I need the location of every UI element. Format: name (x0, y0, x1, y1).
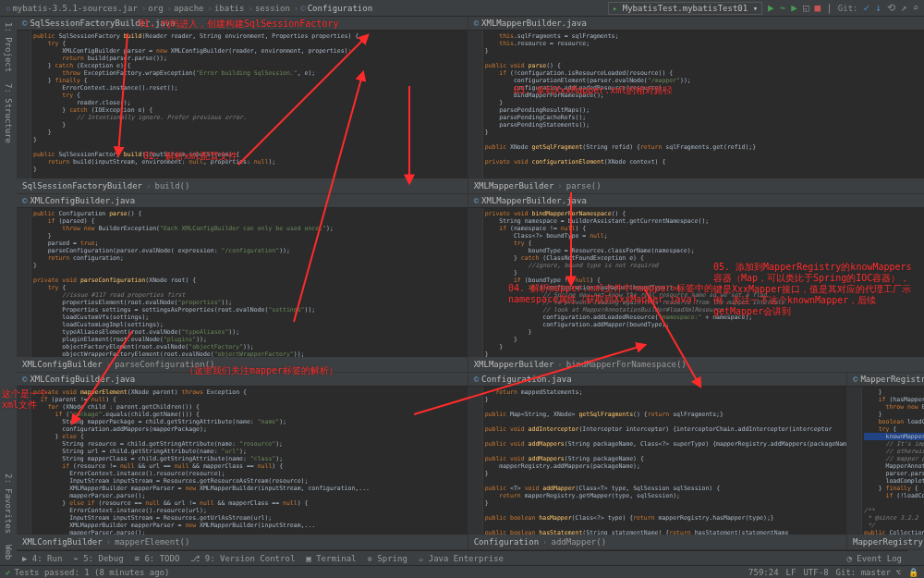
code-editor[interactable]: public Configuration parse() { if (parse… (17, 208, 468, 356)
breadcrumb-file[interactable]: Configuration (308, 4, 372, 13)
tool-spring[interactable]: ✲ Spring (368, 554, 407, 563)
git-pull-icon[interactable]: ↓ (875, 2, 881, 14)
tool-favorites[interactable]: 2: Favorites (2, 468, 15, 539)
code-editor[interactable]: private void bindMapperForNamespace() { … (468, 208, 924, 356)
tool-project[interactable]: 1: Project (2, 17, 15, 78)
bottom-toolbar: ▶ 4: Run ⌁ 5: Debug ≡ 6: TODO ⎇ 9: Versi… (17, 550, 907, 565)
breadcrumb-pkg[interactable]: org (148, 4, 163, 13)
tests-status: Tests passed: 1 (8 minutes ago) (14, 568, 169, 577)
code-editor[interactable]: this.sqlFragments = sqlFragments; this.r… (468, 31, 924, 178)
crumb-bar[interactable]: XMLConfigBuilder›parseConfiguration() (17, 357, 468, 372)
pane-tab[interactable]: ©SqlSessionFactoryBuilder.java (17, 17, 468, 31)
git-branch[interactable]: Git: master ⌥ (836, 568, 901, 577)
java-icon: © (474, 375, 479, 384)
code-editor[interactable]: } if (hasMapper(type)) { throw new Bindi… (847, 387, 924, 535)
breadcrumb-jar[interactable]: mybatis-3.5.1-sources.jar (12, 4, 137, 13)
caret-pos[interactable]: 759:24 (748, 568, 779, 577)
stop-icon[interactable]: ■ (815, 2, 821, 14)
crumb-bar[interactable]: XMLMapperBuilder›parse() (468, 178, 924, 193)
pane-tab[interactable]: ©XMLMapperBuilder.java (468, 17, 924, 31)
crumb-bar[interactable]: SqlSessionFactoryBuilder›build() (17, 178, 468, 193)
tool-debug[interactable]: ⌁ 5: Debug (73, 554, 123, 563)
class-icon: © (300, 4, 305, 13)
crumb-bar[interactable]: XMLConfigBuilder›mapperElement() (17, 535, 468, 549)
java-icon: © (22, 375, 27, 384)
pane-1: ©XMLMapperBuilder.java this.sqlFragments… (468, 17, 924, 194)
run-config-selector[interactable]: ▸ MybatisTest.mybatisTest01 ▾ (608, 2, 762, 15)
pane-tab[interactable]: ©XMLConfigBuilder.java (17, 373, 468, 387)
java-icon: © (853, 375, 857, 384)
git-label: Git: (838, 4, 858, 13)
left-tool-strip: 1: Project 7: Structure 2: Favorites Web (0, 17, 17, 565)
pane-6: ©MapperRegistry.java } if (hasMapper(typ… (847, 373, 924, 550)
pane-0: ©SqlSessionFactoryBuilder.java public Sq… (17, 17, 468, 194)
tool-web[interactable]: Web (2, 539, 15, 565)
breadcrumb-pkg[interactable]: ibatis (214, 4, 245, 13)
lock-icon[interactable]: 🔒 (908, 568, 918, 577)
crumb-bar[interactable]: Configuration›addMapper() (468, 535, 846, 549)
jar-icon: ▫ (6, 4, 10, 13)
pane-5: ©Configuration.java return mappedStateme… (468, 373, 847, 550)
pane-tab[interactable]: ©XMLMapperBuilder.java (468, 194, 924, 208)
code-editor[interactable]: return mappedStatements; } public Map<St… (468, 387, 846, 535)
tool-jee[interactable]: ☕ Java Enterprise (419, 554, 504, 563)
encoding[interactable]: UTF-8 (803, 568, 828, 577)
tool-todo[interactable]: ≡ 6: TODO (135, 554, 180, 563)
pane-4: ©XMLConfigBuilder.java private void mapp… (17, 373, 468, 550)
tests-ok-icon: ✔ (6, 568, 10, 577)
pane-tab[interactable]: ©Configuration.java (468, 373, 846, 387)
git-update-icon[interactable]: ✓ (864, 2, 870, 14)
java-icon: © (474, 196, 479, 205)
status-bar: ✔ Tests passed: 1 (8 minutes ago) 759:24… (0, 565, 924, 578)
tool-structure[interactable]: 7: Structure (2, 78, 15, 149)
line-ending[interactable]: LF (786, 568, 796, 577)
code-editor[interactable]: public SqlSessionFactory build(Reader re… (17, 31, 468, 178)
coverage-icon[interactable]: ▶ (791, 2, 797, 14)
pane-tab[interactable]: ©XMLConfigBuilder.java (17, 194, 468, 208)
tool-terminal[interactable]: ▣ Terminal (306, 554, 356, 563)
code-editor[interactable]: private void mapperElement(XNode parent)… (17, 387, 468, 535)
run-icon[interactable]: ▶ (768, 2, 774, 14)
java-icon: © (22, 18, 27, 28)
profile-icon[interactable]: ◱ (803, 2, 809, 14)
git-history-icon[interactable]: ⟲ (887, 2, 895, 14)
event-log[interactable]: ◔ Event Log (846, 554, 902, 563)
editor-grid: ©SqlSessionFactoryBuilder.java public Sq… (17, 17, 907, 550)
java-icon: © (474, 18, 479, 28)
pane-3: ©XMLMapperBuilder.java private void bind… (468, 194, 924, 372)
git-push-icon[interactable]: ↗ (901, 2, 907, 14)
debug-icon[interactable]: ⌁ (780, 2, 786, 14)
tool-run[interactable]: ▶ 4: Run (22, 554, 62, 563)
java-icon: © (22, 196, 27, 205)
breadcrumb-pkg[interactable]: apache (174, 4, 204, 13)
crumb-bar[interactable]: XMLMapperBuilder›bindMapperForNamespace(… (468, 357, 924, 372)
pane-tab[interactable]: ©MapperRegistry.java (847, 373, 924, 387)
crumb-bar[interactable]: MapperRegistry›addMapper() (847, 535, 924, 549)
breadcrumb-pkg[interactable]: session (255, 4, 290, 13)
top-nav-bar: ▫ mybatis-3.5.1-sources.jar › org › apac… (0, 0, 924, 17)
search-icon[interactable]: ⌕ (912, 2, 918, 14)
tool-vcs[interactable]: ⎇ 9: Version Control (190, 554, 295, 563)
pane-2: ©XMLConfigBuilder.java public Configurat… (17, 194, 468, 372)
